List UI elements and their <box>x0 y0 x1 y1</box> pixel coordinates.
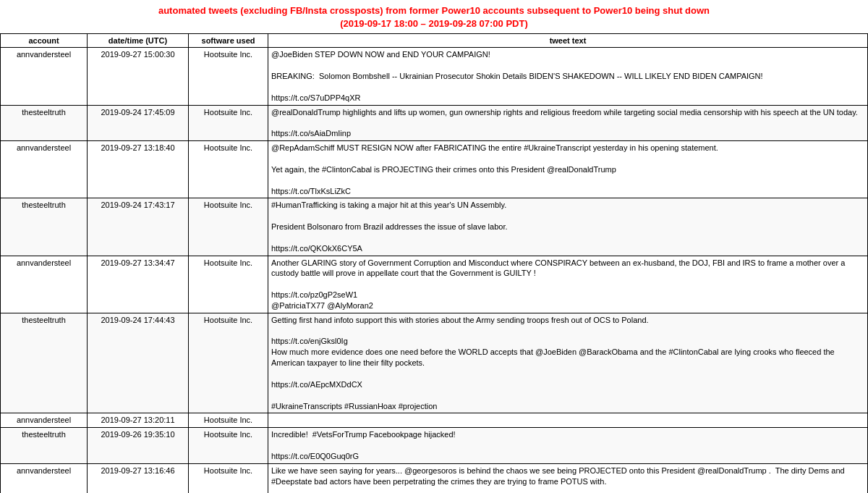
table-row: thesteeltruth2019-09-26 19:35:10Hootsuit… <box>1 428 868 464</box>
cell-software: Hootsuite Inc. <box>189 413 268 428</box>
cell-datetime: 2019-09-27 13:18:40 <box>88 141 189 198</box>
cell-tweet: Incredible! #VetsForTrump Facebookpage h… <box>268 428 868 464</box>
cell-software: Hootsuite Inc. <box>189 256 268 313</box>
cell-software: Hootsuite Inc. <box>189 463 268 493</box>
cell-account: thesteeltruth <box>1 428 88 464</box>
cell-account: thesteeltruth <box>1 105 88 141</box>
table-row: annvandersteel2019-09-27 13:16:46Hootsui… <box>1 463 868 493</box>
table-row: thesteeltruth2019-09-24 17:44:43Hootsuit… <box>1 313 868 413</box>
cell-datetime: 2019-09-26 19:35:10 <box>88 428 189 464</box>
table-row: thesteeltruth2019-09-24 17:43:17Hootsuit… <box>1 198 868 256</box>
header-account: account <box>1 34 88 48</box>
table-header-row: account date/time (UTC) software used tw… <box>1 34 868 48</box>
cell-tweet: Another GLARING story of Government Corr… <box>268 256 868 313</box>
cell-datetime: 2019-09-24 17:44:43 <box>88 313 189 413</box>
header-tweet: tweet text <box>268 34 868 48</box>
page-title: automated tweets (excluding FB/Insta cro… <box>0 0 868 33</box>
cell-account: annvandersteel <box>1 256 88 313</box>
cell-tweet: @realDonaldTrump highlights and lifts up… <box>268 105 868 141</box>
cell-datetime: 2019-09-27 13:16:46 <box>88 463 189 493</box>
cell-datetime: 2019-09-27 13:34:47 <box>88 256 189 313</box>
cell-account: thesteeltruth <box>1 198 88 256</box>
cell-account: thesteeltruth <box>1 313 88 413</box>
cell-tweet: #HumanTrafficking is taking a major hit … <box>268 198 868 256</box>
cell-tweet: Getting first hand infoto support this w… <box>268 313 868 413</box>
table-row: annvandersteel2019-09-27 13:34:47Hootsui… <box>1 256 868 313</box>
cell-tweet <box>268 413 868 428</box>
table-row: thesteeltruth2019-09-24 17:45:09Hootsuit… <box>1 105 868 141</box>
cell-tweet: @RepAdamSchiff MUST RESIGN NOW after FAB… <box>268 141 868 198</box>
cell-software: Hootsuite Inc. <box>189 428 268 464</box>
header-software: software used <box>189 34 268 48</box>
table-row: annvandersteel2019-09-27 13:18:40Hootsui… <box>1 141 868 198</box>
cell-software: Hootsuite Inc. <box>189 48 268 105</box>
cell-account: annvandersteel <box>1 48 88 105</box>
cell-software: Hootsuite Inc. <box>189 105 268 141</box>
cell-software: Hootsuite Inc. <box>189 198 268 256</box>
header-datetime: date/time (UTC) <box>88 34 189 48</box>
cell-datetime: 2019-09-24 17:45:09 <box>88 105 189 141</box>
cell-software: Hootsuite Inc. <box>189 141 268 198</box>
cell-datetime: 2019-09-24 17:43:17 <box>88 198 189 256</box>
cell-datetime: 2019-09-27 13:20:11 <box>88 413 189 428</box>
cell-datetime: 2019-09-27 15:00:30 <box>88 48 189 105</box>
cell-account: annvandersteel <box>1 141 88 198</box>
cell-tweet: @JoeBiden STEP DOWN NOW and END YOUR CAM… <box>268 48 868 105</box>
cell-tweet: Like we have seen saying for years... @g… <box>268 463 868 493</box>
cell-account: annvandersteel <box>1 413 88 428</box>
table-row: annvandersteel2019-09-27 13:20:11Hootsui… <box>1 413 868 428</box>
cell-software: Hootsuite Inc. <box>189 313 268 413</box>
table-row: annvandersteel2019-09-27 15:00:30Hootsui… <box>1 48 868 105</box>
cell-account: annvandersteel <box>1 463 88 493</box>
